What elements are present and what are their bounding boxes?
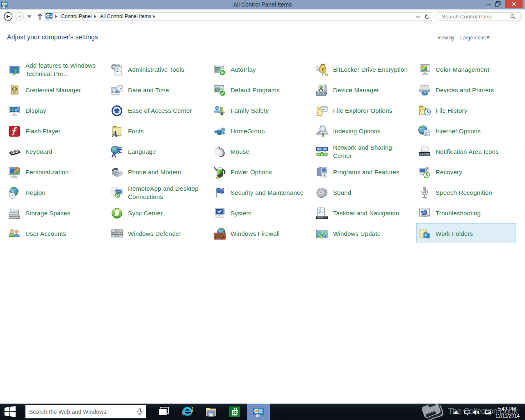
svg-text:A: A xyxy=(111,129,118,138)
svg-text:A: A xyxy=(111,151,116,158)
svg-text:0:00: 0:00 xyxy=(424,153,429,155)
